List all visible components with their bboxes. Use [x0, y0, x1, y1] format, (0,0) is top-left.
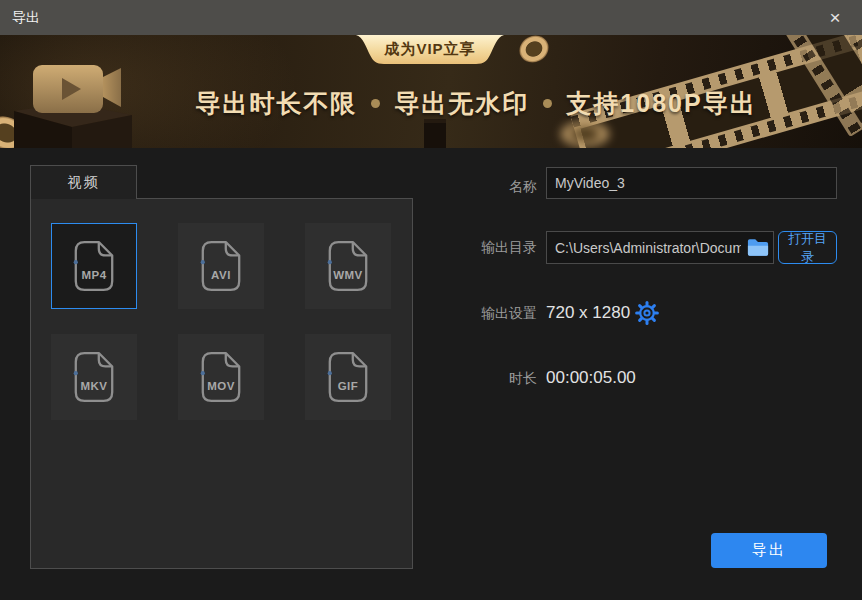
svg-text:GIF: GIF [338, 380, 359, 392]
format-tile-mkv[interactable]: MKV [51, 334, 137, 420]
file-icon: MOV [198, 350, 244, 404]
export-button[interactable]: 导出 [711, 533, 827, 568]
output-dir-input[interactable] [546, 231, 774, 264]
vip-badge[interactable]: 成为VIP立享 [356, 35, 504, 64]
format-panel: MP4 AVI WMV MKV [30, 198, 413, 569]
svg-text:MP4: MP4 [81, 269, 106, 281]
slogan-text-2: 导出无水印 [394, 87, 529, 120]
export-dialog: 导出 × 成为VIP立享 导 [0, 0, 862, 600]
file-icon: AVI [198, 239, 244, 293]
close-icon[interactable]: × [820, 0, 850, 35]
file-icon: MKV [71, 350, 117, 404]
banner-slogan: 导出时长不限 导出无水印 支持1080P导出 [120, 87, 832, 120]
open-directory-button[interactable]: 打开目录 [778, 231, 837, 264]
format-tile-mov[interactable]: MOV [178, 334, 264, 420]
coin-graphic [560, 121, 610, 147]
dot-separator [543, 99, 552, 108]
coin-graphic [515, 35, 554, 68]
window-title: 导出 [12, 9, 40, 27]
output-dir-field [546, 231, 774, 264]
duration-label: 时长 [430, 368, 537, 388]
name-input[interactable] [546, 167, 837, 199]
name-label: 名称 [430, 176, 537, 196]
output-dir-label: 输出目录 [430, 237, 537, 257]
folder-icon [747, 238, 769, 257]
slogan-text-3: 支持1080P导出 [566, 87, 756, 120]
cube-graphic [424, 119, 446, 148]
output-setting-label: 输出设置 [430, 303, 537, 323]
svg-text:MKV: MKV [81, 380, 108, 392]
file-icon: WMV [325, 239, 371, 293]
svg-text:AVI: AVI [211, 269, 231, 281]
svg-text:WMV: WMV [333, 269, 363, 281]
title-bar: 导出 × [0, 0, 862, 35]
file-icon: MP4 [71, 239, 117, 293]
output-settings-button[interactable] [634, 300, 660, 326]
dot-separator [371, 99, 380, 108]
browse-folder-button[interactable] [745, 236, 771, 259]
resolution-value: 720 x 1280 [546, 303, 630, 323]
slogan-text-1: 导出时长不限 [195, 87, 357, 120]
format-tile-wmv[interactable]: WMV [305, 223, 391, 309]
svg-text:MOV: MOV [207, 380, 235, 392]
file-icon: GIF [325, 350, 371, 404]
tab-video[interactable]: 视频 [30, 165, 137, 199]
format-tile-gif[interactable]: GIF [305, 334, 391, 420]
gear-icon [635, 301, 659, 325]
duration-value: 00:00:05.00 [546, 368, 636, 388]
format-tile-avi[interactable]: AVI [178, 223, 264, 309]
format-tile-mp4[interactable]: MP4 [51, 223, 137, 309]
vip-promo-banner: 成为VIP立享 导出时长不限 导出无水印 支持1080P导出 [0, 35, 862, 148]
